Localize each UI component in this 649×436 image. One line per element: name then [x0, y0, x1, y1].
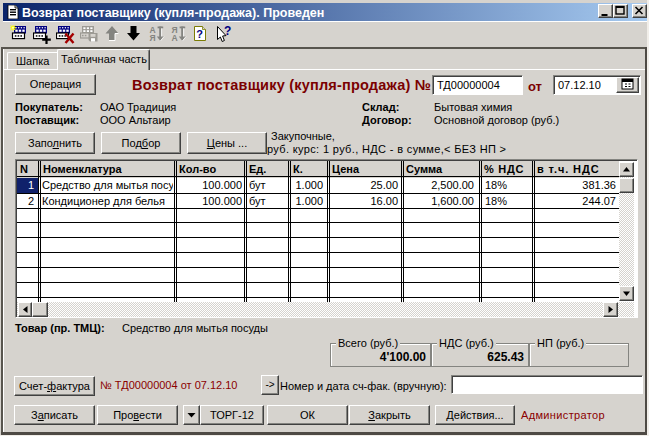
svg-text:Я: Я	[150, 33, 156, 43]
svg-text:?: ?	[224, 25, 231, 38]
svg-text:А: А	[172, 33, 178, 43]
svg-text:?: ?	[196, 28, 203, 40]
